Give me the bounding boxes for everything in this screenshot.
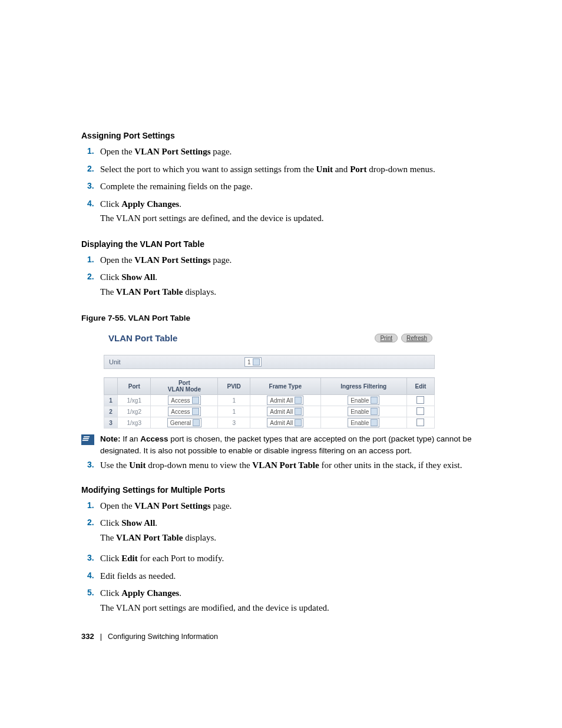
row-index: 2 [104,406,118,417]
step-number: 5. [81,587,100,599]
note-label: Note: [100,434,121,443]
chevron-down-icon [295,419,302,426]
cell-pvid: 1 [218,406,250,417]
step-number: 3. [81,180,100,192]
separator: | [100,632,102,641]
text: page. [210,147,232,156]
heading-displaying: Displaying the VLAN Port Table [81,239,504,249]
step-number: 1. [81,499,100,512]
bold: Unit [316,164,333,174]
col-ingress: Ingress Filtering [320,378,406,395]
bold: VLAN Port Settings [134,147,210,156]
step-text: Edit fields as needed. [100,569,504,583]
step-number: 3. [81,459,100,471]
print-button[interactable]: Print [375,334,398,342]
step-number: 4. [81,197,100,210]
col-mode: PortVLAN Mode [151,378,218,395]
text: and [333,164,350,174]
footer-section-title: Configuring Switching Information [108,633,218,641]
text: Click [100,272,121,282]
refresh-button[interactable]: Refresh [401,334,432,342]
table-row: 3 1/xg3 General 3 Admit All Enable [104,417,435,429]
ingress-select[interactable]: Enable [348,418,379,427]
frame-value: Admit All [270,420,293,426]
step-text: Select the port to which you want to ass… [100,163,504,176]
step-text: Click Apply Changes. The VLAN port setti… [100,587,504,618]
col-edit: Edit [406,378,434,395]
cell-port: 1/xg3 [118,417,151,429]
frame-select[interactable]: Admit All [267,407,303,416]
step-number: 1. [81,145,100,157]
frame-select[interactable]: Admit All [267,418,303,427]
text: The [100,533,116,542]
text: page. [210,501,232,510]
text: Open the [100,501,134,510]
page-footer: 332 | Configuring Switching Information [81,632,218,641]
text: Click [100,199,121,209]
row-index: 1 [104,395,118,406]
bold: Apply Changes [121,588,179,598]
step-number: 2. [81,163,100,175]
frame-value: Admit All [270,397,293,404]
displaying-steps: 1. Open the VLAN Port Settings page. 2. … [81,253,504,302]
ingress-select[interactable]: Enable [348,396,379,405]
bold: VLAN Port Table [252,460,319,470]
text: Click [100,554,121,563]
unit-row: Unit 1 [104,355,435,369]
ingress-value: Enable [351,409,369,415]
heading-assigning: Assigning Port Settings [81,131,504,140]
chevron-down-icon [295,397,302,404]
text: The [100,287,116,297]
text: Open the [100,147,134,156]
heading-modifying: Modifying Settings for Multiple Ports [81,485,504,495]
note-block: Note: If an Access port is chosen, the p… [81,433,504,456]
vlan-port-table: Port PortVLAN Mode PVID Frame Type Ingre… [104,377,435,429]
text: . [179,588,181,598]
edit-checkbox[interactable] [416,407,424,415]
mode-value: Access [171,397,190,404]
bold: VLAN Port Settings [134,501,210,510]
bold: Port [350,164,366,174]
follow-text: The VLAN Port Table displays. [100,285,504,299]
panel-title: VLAN Port Table [108,333,177,343]
bold: VLAN Port Settings [134,255,210,265]
step-number: 2. [81,271,100,283]
chevron-down-icon [371,397,378,404]
mode-select[interactable]: Access [168,396,200,405]
text: displays. [183,287,216,297]
edit-checkbox[interactable] [416,396,424,404]
bold: Apply Changes [121,199,179,209]
cell-pvid: 1 [218,395,250,406]
step-number: 1. [81,253,100,266]
text: Open the [100,255,134,265]
unit-select[interactable]: 1 [244,357,262,367]
bold: Show All [121,272,155,282]
chevron-down-icon [192,408,199,415]
mode-select[interactable]: Access [168,407,200,416]
ingress-select[interactable]: Enable [348,407,379,416]
chevron-down-icon [192,397,199,404]
chevron-down-icon [371,419,378,426]
text: . [155,518,157,528]
page-number: 332 [81,632,94,641]
step-number: 4. [81,569,100,582]
chevron-down-icon [295,408,302,415]
bold: Access [140,434,168,443]
step-text: Click Show All. The VLAN Port Table disp… [100,271,504,302]
mode-select[interactable]: General [167,418,202,427]
chevron-down-icon [371,408,378,415]
text: displays. [183,533,216,542]
edit-checkbox[interactable] [416,419,424,426]
text: Use the [100,460,129,470]
step-text: Use the Unit drop-down menu to view the … [100,459,504,472]
step-number: 3. [81,552,100,564]
text: page. [210,255,232,265]
frame-select[interactable]: Admit All [267,396,303,405]
step-text: Click Show All. The VLAN Port Table disp… [100,516,504,548]
col-frame: Frame Type [250,378,320,395]
figure-caption: Figure 7-55. VLAN Port Table [81,314,504,322]
frame-value: Admit All [270,409,293,415]
step-text: Open the VLAN Port Settings page. [100,253,504,267]
modifying-steps: 1. Open the VLAN Port Settings page. 2. … [81,499,504,618]
cell-port: 1/xg2 [118,406,151,417]
